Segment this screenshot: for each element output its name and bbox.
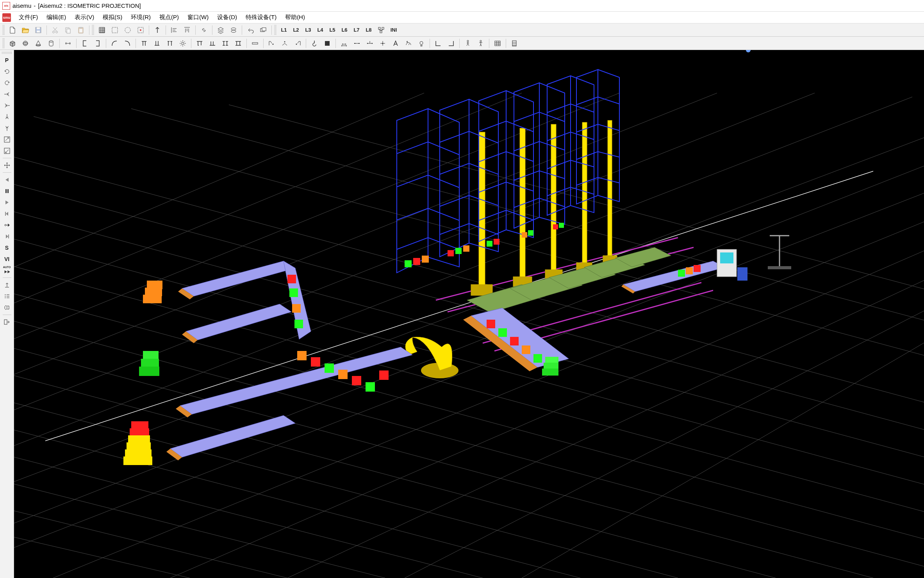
copy-button[interactable] [62,25,74,36]
paste-button[interactable] [75,25,87,36]
pause-button[interactable] [2,186,12,196]
lamp-button[interactable] [416,38,427,49]
copy-icon [64,26,72,34]
step-button[interactable] [2,231,12,242]
frame-r-button[interactable] [445,38,457,49]
frame-l-button[interactable] [432,38,444,49]
pi-1-button[interactable] [138,38,150,49]
hook-button[interactable] [309,38,320,49]
text-a-button[interactable] [390,38,401,49]
layer-L3-button[interactable]: L3 [303,25,314,36]
step-rev-button[interactable] [2,209,12,219]
person-walk-button[interactable] [462,38,474,49]
zoom-out-button[interactable] [2,146,12,156]
vi-button[interactable]: VI [2,254,12,264]
save-button[interactable] [32,25,44,36]
box-button[interactable] [321,38,333,49]
sphere-button[interactable] [20,38,31,49]
curve-r-button[interactable] [121,38,133,49]
exit-button[interactable] [2,317,12,327]
layer-L8-button[interactable]: L8 [363,25,374,36]
viewport-3d[interactable] [14,50,924,578]
snap-y-down-button[interactable] [2,112,12,122]
rack-button[interactable] [508,38,520,49]
rotate-ccw-button[interactable] [2,66,12,77]
snap-y-up-button[interactable] [2,123,12,133]
dim-button[interactable] [62,38,74,49]
layer-L6-button[interactable]: L6 [339,25,350,36]
align-top-button[interactable] [181,25,193,36]
snap-x-button[interactable] [2,89,12,99]
rotate-cw-button[interactable] [2,78,12,88]
new-file-button[interactable] [7,25,18,36]
undo-button[interactable] [244,25,256,36]
select-circle-button[interactable] [122,25,134,36]
layer-all-button[interactable] [375,25,387,36]
menu-env[interactable]: 环境(R) [127,13,155,22]
grid-button[interactable] [96,25,108,36]
s-button[interactable]: S [2,243,12,253]
pi-var3-button[interactable] [219,38,231,49]
link-button[interactable] [198,25,210,36]
reverse-x-button[interactable] [2,100,12,111]
pi-var4-button[interactable] [232,38,244,49]
curve-l-icon [111,39,118,47]
upload-button[interactable] [2,280,12,290]
cut-button[interactable] [49,25,61,36]
layers2-view-button[interactable] [228,25,239,36]
menu-device[interactable]: 设备(D) [213,13,241,22]
layer-L4-button[interactable]: L4 [315,25,326,36]
curve-l-button[interactable] [109,38,120,49]
select-point-button[interactable] [135,25,146,36]
layer-L2-button[interactable]: L2 [291,25,301,36]
cube-button[interactable] [7,38,18,49]
conn-t-button[interactable] [364,38,376,49]
play-button[interactable] [2,197,12,208]
layer-L7-button[interactable]: L7 [351,25,362,36]
table-button[interactable] [492,38,503,49]
move-button[interactable] [2,160,12,170]
layers-view-button[interactable] [215,25,227,36]
clear-button[interactable] [2,302,12,313]
list-button[interactable] [2,291,12,301]
menu-view[interactable]: 表示(V) [71,13,98,22]
menu-file[interactable]: 文件(F) [15,13,42,22]
conn-x-button[interactable] [377,38,389,49]
person-stand-button[interactable] [475,38,487,49]
menu-window[interactable]: 窗口(W) [184,13,212,22]
conn-b-button[interactable] [279,38,291,49]
conn-c-button[interactable] [292,38,303,49]
align-left-button[interactable] [168,25,180,36]
arrow-up-button[interactable] [152,25,163,36]
pi-split-button[interactable] [164,38,176,49]
pi-var2-button[interactable] [207,38,218,49]
menu-edit[interactable]: 编辑(E) [43,13,70,22]
bracket-right-button[interactable] [92,38,103,49]
conn-a-button[interactable] [266,38,278,49]
scale-button[interactable] [338,38,350,49]
bar-button[interactable] [249,38,261,49]
conn-line-button[interactable] [351,38,363,49]
gear-button[interactable] [177,38,189,49]
menu-help[interactable]: 帮助(H) [281,13,309,22]
gauge-button[interactable]: 0 [403,38,414,49]
menu-sim[interactable]: 模拟(S) [99,13,126,22]
bracket-left-button[interactable] [79,38,91,49]
cylinder-button[interactable] [45,38,57,49]
auto-play-button[interactable]: AUTO [2,265,12,276]
select-rect-button[interactable] [109,25,121,36]
skip-button[interactable] [2,220,12,230]
open-file-button[interactable] [20,25,31,36]
layer-L1-button[interactable]: L1 [278,25,289,36]
ini-button[interactable]: INI [388,25,399,36]
cone-button[interactable] [32,38,44,49]
menu-spec[interactable]: 特殊设备(T) [242,13,280,22]
menu-viewpt[interactable]: 视点(P) [155,13,183,22]
play-rev-button[interactable] [2,175,12,185]
pi-var1-button[interactable] [194,38,205,49]
perspective-button[interactable]: P [2,55,12,65]
pi-down-button[interactable] [151,38,163,49]
layer-toggle-button[interactable] [257,25,269,36]
zoom-in-button[interactable] [2,134,12,145]
layer-L5-button[interactable]: L5 [327,25,338,36]
